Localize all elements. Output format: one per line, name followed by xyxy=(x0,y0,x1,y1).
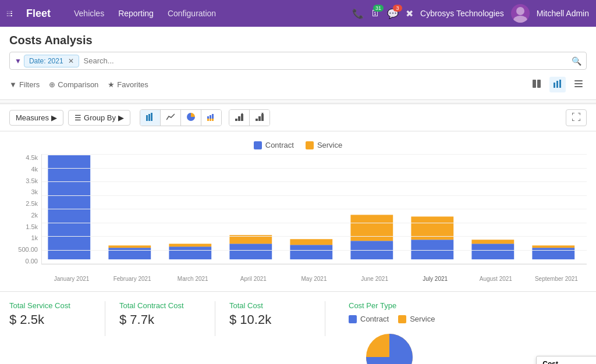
stat-divider-2 xyxy=(215,301,215,336)
bar-contract-jun[interactable] xyxy=(350,241,393,259)
svg-rect-6 xyxy=(559,80,561,88)
tooltip-title: Cost xyxy=(542,360,592,364)
filters-label: Filters xyxy=(19,80,40,89)
calendar-badge: 31 xyxy=(373,5,384,12)
y-label-0: 4.5k xyxy=(26,154,38,161)
bar-contract-feb[interactable] xyxy=(108,248,151,259)
sort-group xyxy=(229,109,270,126)
bar-service-apr[interactable] xyxy=(229,235,272,244)
total-cost-label: Total Cost xyxy=(229,301,311,310)
app-logo: Fleet xyxy=(26,8,51,20)
bar-service-jul[interactable] xyxy=(411,216,453,240)
comparison-btn[interactable]: ⊕ Comparison xyxy=(49,80,98,89)
bar-chart-view-btn[interactable] xyxy=(549,77,566,92)
search-input[interactable] xyxy=(79,54,572,67)
bar-chart-btn[interactable] xyxy=(140,110,161,126)
svg-marker-22 xyxy=(241,113,243,115)
stack-chart-btn[interactable] xyxy=(201,110,221,126)
total-service-cost-label: Total Service Cost xyxy=(9,301,91,310)
bar-contract-sep[interactable] xyxy=(532,248,574,259)
main-scroll: Costs Analysis ▼ Date: 2021 ✕ 🔍 ▼ Filter… xyxy=(0,27,596,364)
company-name: Cybrosys Technologies xyxy=(420,9,504,18)
bar-chart-svg xyxy=(42,154,587,264)
chart-container: 4.5k 4k 3.5k 3k 2.5k 2k 1.5k 1k 500.00 0… xyxy=(9,154,587,282)
pie-legend-contract-dot xyxy=(349,315,357,323)
favorites-btn[interactable]: ★ Favorites xyxy=(108,80,148,89)
measures-chevron-icon: ▶ xyxy=(51,113,57,122)
y-label-7: 1k xyxy=(31,234,38,241)
total-service-cost-value: $ 2.5k xyxy=(9,312,91,327)
y-label-6: 1.5k xyxy=(26,223,38,230)
svg-rect-2 xyxy=(533,80,536,88)
bar-contract-may[interactable] xyxy=(290,245,332,259)
total-contract-cost: Total Contract Cost $ 7.7k xyxy=(119,301,201,327)
sort-asc-btn[interactable] xyxy=(229,110,250,126)
filter-funnel-icon: ▼ xyxy=(9,80,17,89)
apps-menu-icon[interactable] xyxy=(7,11,12,16)
message-icon[interactable]: 💬 3 xyxy=(387,8,399,19)
bar-contract-mar[interactable] xyxy=(169,247,211,259)
expand-btn[interactable] xyxy=(566,109,587,126)
pie-legend-contract: Contract xyxy=(349,315,389,323)
bar-contract-jan[interactable] xyxy=(48,155,90,259)
bar-contract-aug[interactable] xyxy=(471,244,514,259)
nav-reporting[interactable]: Reporting xyxy=(118,9,154,18)
pie-chart-btn[interactable] xyxy=(181,110,201,126)
page-header: Costs Analysis ▼ Date: 2021 ✕ 🔍 ▼ Filter… xyxy=(0,27,596,100)
filter-tag-label: Date: 2021 xyxy=(29,57,63,65)
x-label-aug: August 2021 xyxy=(466,276,526,282)
line-chart-btn[interactable] xyxy=(161,110,181,126)
filter-tag: Date: 2021 ✕ xyxy=(24,55,79,67)
svg-rect-17 xyxy=(212,114,214,119)
svg-rect-11 xyxy=(148,114,150,121)
pie-tooltip: Cost Service 2.5k xyxy=(536,356,596,364)
nav-vehicles[interactable]: Vehicles xyxy=(74,9,104,18)
svg-rect-13 xyxy=(207,116,209,119)
cost-per-type-section: Cost Per Type Contract Service xyxy=(339,301,587,364)
svg-rect-21 xyxy=(241,114,243,121)
group-by-label: Group By xyxy=(84,113,116,122)
user-name: Mitchell Admin xyxy=(537,9,589,18)
svg-rect-23 xyxy=(256,119,258,121)
total-cost-value: $ 10.2k xyxy=(229,312,311,327)
phone-icon[interactable]: 📞 xyxy=(352,8,364,19)
bar-service-sep[interactable] xyxy=(532,245,574,248)
bar-service-feb[interactable] xyxy=(108,245,151,248)
nav-configuration[interactable]: Configuration xyxy=(168,9,216,18)
bar-service-aug[interactable] xyxy=(471,240,514,244)
comparison-label: Comparison xyxy=(58,80,98,89)
bar-service-may[interactable] xyxy=(290,239,332,245)
pie-legend: Contract Service xyxy=(349,315,587,323)
legend-service-dot xyxy=(306,141,314,149)
svg-rect-8 xyxy=(574,83,583,84)
search-bar: ▼ Date: 2021 ✕ 🔍 xyxy=(9,52,587,70)
chart-inner xyxy=(41,154,587,265)
bar-contract-apr[interactable] xyxy=(229,244,272,259)
svg-rect-20 xyxy=(238,116,240,121)
filter-close-btn[interactable]: ✕ xyxy=(68,57,74,65)
y-axis: 4.5k 4k 3.5k 3k 2.5k 2k 1.5k 1k 500.00 0… xyxy=(9,154,41,265)
kanban-view-btn[interactable] xyxy=(528,77,545,92)
filters-btn[interactable]: ▼ Filters xyxy=(9,80,40,89)
legend-service: Service xyxy=(306,141,342,149)
settings-icon[interactable]: ✖ xyxy=(406,8,413,19)
group-by-btn[interactable]: ☰ Group By ▶ xyxy=(68,110,130,126)
bar-contract-jul[interactable] xyxy=(411,240,453,259)
topbar: Fleet Vehicles Reporting Configuration 📞… xyxy=(0,0,596,27)
y-label-8: 500.00 xyxy=(18,246,38,253)
measures-btn[interactable]: Measures ▶ xyxy=(9,110,63,126)
measures-label: Measures xyxy=(16,113,49,122)
list-view-btn[interactable] xyxy=(570,77,587,92)
bar-service-mar[interactable] xyxy=(169,244,211,247)
legend-contract: Contract xyxy=(254,141,294,149)
y-label-4: 2.5k xyxy=(26,200,38,207)
bar-service-jun[interactable] xyxy=(350,215,393,241)
avatar[interactable] xyxy=(511,4,530,23)
search-icon[interactable]: 🔍 xyxy=(572,56,581,66)
sort-desc-btn[interactable] xyxy=(250,110,269,126)
svg-point-0 xyxy=(516,7,524,15)
favorites-icon: ★ xyxy=(108,80,115,89)
calendar-icon[interactable]: 🗓 31 xyxy=(371,8,380,19)
group-by-chevron-icon: ▶ xyxy=(118,113,124,122)
svg-rect-7 xyxy=(574,80,583,81)
